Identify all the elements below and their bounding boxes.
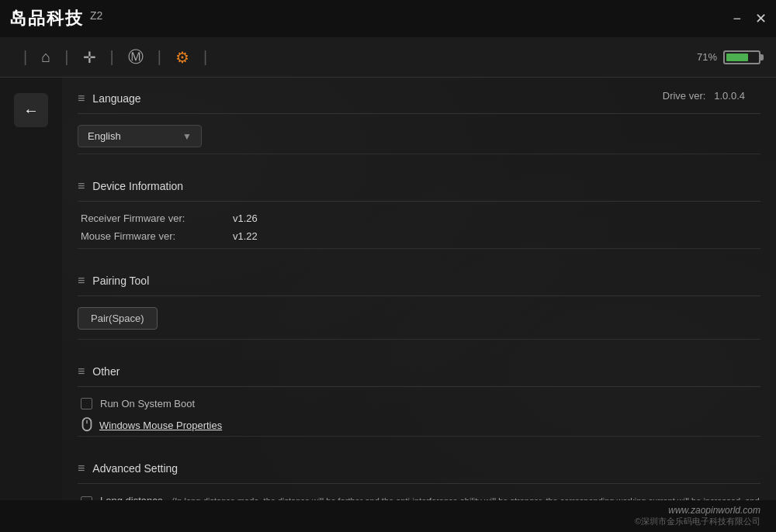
other-section-icon: ≡: [78, 364, 85, 378]
divider-1: [78, 154, 760, 154]
language-dropdown[interactable]: English ▼: [78, 125, 202, 147]
battery-fill: [726, 54, 748, 61]
sep2: |: [64, 48, 68, 66]
footer-website: www.zaopinworld.com: [16, 505, 760, 516]
advanced-section-icon: ≡: [78, 461, 85, 475]
mouse-fw-value: v1.22: [233, 230, 258, 242]
app-logo: 岛品科技: [9, 7, 84, 30]
drive-version: Drive ver: 1.0.0.4: [663, 90, 745, 102]
run-on-boot-checkbox[interactable]: [81, 398, 92, 409]
advanced-section-header: ≡ Advanced Setting: [78, 447, 760, 484]
long-distance-desc: (In long-distance mode, the distance wil…: [100, 496, 760, 500]
mouse-fw-label: Mouse Firmware ver:: [81, 230, 220, 242]
home-icon[interactable]: ⌂: [35, 43, 57, 71]
app-window: 岛品科技 Z2 − ✕ | ⌂ | ✛ | Ⓜ | ⚙ | 71% ←: [0, 0, 776, 532]
language-section-icon: ≡: [78, 92, 85, 105]
battery-bar: [723, 50, 760, 64]
language-section-header: ≡ Language: [78, 78, 760, 114]
mouse-properties-link[interactable]: Windows Mouse Properties: [78, 417, 760, 433]
minimize-button[interactable]: −: [733, 12, 741, 26]
other-section-title: Other: [92, 365, 120, 378]
long-distance-row: Long distance (In long-distance mode, th…: [78, 495, 760, 500]
pairing-section-title: Pairing Tool: [92, 275, 149, 287]
mode-icon[interactable]: Ⓜ: [122, 42, 150, 72]
advanced-section-title: Advanced Setting: [92, 462, 178, 475]
language-section-title: Language: [92, 92, 140, 105]
device-info-section-icon: ≡: [78, 179, 85, 193]
divider-4: [78, 436, 760, 437]
receiver-fw-label: Receiver Firmware ver:: [81, 212, 220, 224]
sep5: |: [203, 48, 207, 66]
footer: www.zaopinworld.com ©深圳市金乐码电子科技有限公司: [0, 500, 776, 532]
device-info-section-header: ≡ Device Information: [78, 165, 760, 202]
device-info-section-title: Device Information: [92, 180, 183, 192]
sidebar-left: ←: [0, 78, 62, 500]
dropdown-arrow: ▼: [182, 131, 192, 142]
pair-button[interactable]: Pair(Space): [78, 307, 158, 330]
back-button[interactable]: ←: [14, 93, 48, 127]
divider-2: [78, 248, 760, 249]
mouse-link-icon: [81, 417, 93, 433]
svg-rect-0: [83, 418, 92, 430]
long-distance-content: Long distance (In long-distance mode, th…: [100, 495, 760, 500]
mouse-fw-row: Mouse Firmware ver: v1.22: [78, 230, 760, 242]
long-distance-checkbox[interactable]: [81, 496, 92, 500]
close-button[interactable]: ✕: [755, 12, 767, 26]
receiver-fw-row: Receiver Firmware ver: v1.26: [78, 212, 760, 224]
long-distance-label: Long distance: [100, 495, 163, 500]
pairing-section-icon: ≡: [78, 274, 85, 288]
crosshair-icon[interactable]: ✛: [77, 43, 102, 71]
toolbar: | ⌂ | ✛ | Ⓜ | ⚙ | 71%: [0, 37, 776, 78]
settings-icon[interactable]: ⚙: [169, 43, 196, 71]
mouse-properties-label: Windows Mouse Properties: [99, 420, 222, 431]
drive-ver-value: 1.0.0.4: [714, 90, 745, 102]
battery-display: 71%: [697, 50, 760, 64]
settings-panel: Drive ver: 1.0.0.4 ≡ Language English ▼ …: [62, 78, 776, 500]
run-on-boot-label: Run On System Boot: [100, 398, 195, 409]
receiver-fw-value: v1.26: [233, 212, 258, 224]
run-on-boot-row: Run On System Boot: [78, 398, 760, 409]
drive-ver-label: Drive ver:: [663, 90, 706, 102]
window-controls: − ✕: [733, 12, 767, 26]
pairing-section-header: ≡ Pairing Tool: [78, 260, 760, 296]
main-content: ← Drive ver: 1.0.0.4 ≡ Language English …: [0, 78, 776, 500]
divider-3: [78, 339, 760, 340]
sep1: |: [23, 48, 27, 66]
language-selected: English: [88, 130, 121, 142]
title-bar: 岛品科技 Z2 − ✕: [0, 0, 776, 37]
sep4: |: [158, 48, 161, 66]
app-model: Z2: [90, 9, 102, 22]
battery-pct-label: 71%: [697, 51, 717, 63]
sep3: |: [110, 48, 114, 66]
other-section-header: ≡ Other: [78, 351, 760, 387]
footer-company: ©深圳市金乐码电子科技有限公司: [16, 516, 760, 527]
